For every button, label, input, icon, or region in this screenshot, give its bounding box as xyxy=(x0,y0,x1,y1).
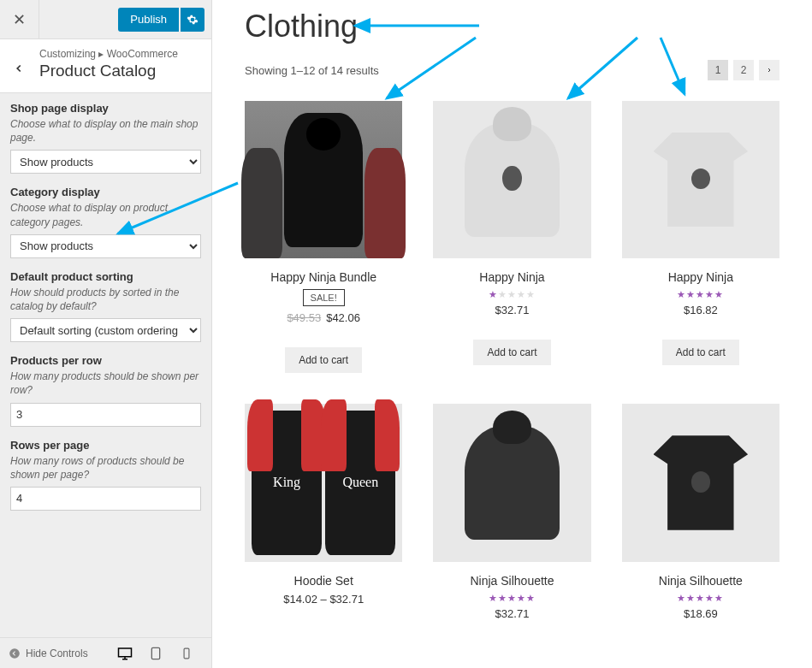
page-next[interactable] xyxy=(759,60,779,80)
back-button[interactable] xyxy=(9,58,29,79)
product-name: Ninja Silhouette xyxy=(433,574,590,588)
page-1[interactable]: 1 xyxy=(708,60,728,80)
control-label: Products per row xyxy=(10,354,201,367)
product-image xyxy=(433,404,590,561)
sale-badge: SALE! xyxy=(303,289,345,306)
breadcrumb: Customizing ▸ WooCommerce xyxy=(39,48,199,60)
product-grid: Happy Ninja Bundle SALE! $49.53$42.06 Ad… xyxy=(245,101,779,620)
control-shop-display: Shop page display Choose what to display… xyxy=(10,102,201,174)
device-tablet-button[interactable] xyxy=(148,646,163,661)
shop-display-select[interactable]: Show products xyxy=(10,150,201,174)
control-label: Default product sorting xyxy=(10,270,201,283)
product-card[interactable]: KingQueen Hoodie Set $14.02 – $32.71 xyxy=(245,404,402,619)
product-name: Hoodie Set xyxy=(245,574,402,588)
customizer-sidebar: ✕ Publish Customizing ▸ WooCommerce Prod… xyxy=(0,0,212,668)
product-image: KingQueen xyxy=(245,404,402,561)
svg-rect-1 xyxy=(119,648,132,657)
rating-stars: ★★★★★ xyxy=(433,593,590,604)
shop-content: Clothing Showing 1–12 of 14 results 1 2 … xyxy=(212,0,812,620)
device-preview-group xyxy=(117,646,194,661)
result-row: Showing 1–12 of 14 results 1 2 xyxy=(245,60,779,80)
page-2[interactable]: 2 xyxy=(733,60,754,80)
controls-panel: Shop page display Choose what to display… xyxy=(0,93,211,637)
control-desc: How many products should be shown per ro… xyxy=(10,369,201,397)
rating-stars: ★★★★★ xyxy=(622,289,779,300)
result-count: Showing 1–12 of 14 results xyxy=(245,64,379,77)
panel-title: Product Catalog xyxy=(39,62,199,80)
hide-controls-button[interactable]: Hide Controls xyxy=(9,647,88,659)
product-image xyxy=(433,101,590,258)
gear-icon xyxy=(187,14,199,26)
publish-settings-button[interactable] xyxy=(181,8,204,32)
product-name: Ninja Silhouette xyxy=(622,574,779,588)
control-default-sorting: Default product sorting How should produ… xyxy=(10,270,201,342)
control-products-per-row: Products per row How many products shoul… xyxy=(10,354,201,426)
product-price: $18.69 xyxy=(622,607,779,620)
products-per-row-input[interactable] xyxy=(10,403,201,427)
rating-stars: ★★★★★ xyxy=(622,593,779,604)
close-customizer-button[interactable]: ✕ xyxy=(0,0,39,39)
control-label: Category display xyxy=(10,186,201,198)
product-card[interactable]: Happy Ninja ★★★★★ $32.71 Add to cart xyxy=(433,101,590,373)
sidebar-header: ✕ Publish xyxy=(0,0,211,39)
add-to-cart-button[interactable]: Add to cart xyxy=(473,340,550,365)
product-price: $49.53$42.06 xyxy=(245,311,402,324)
publish-row: Publish xyxy=(39,8,211,32)
control-desc: Choose what to display on product catego… xyxy=(10,201,201,228)
svg-rect-5 xyxy=(184,648,189,659)
device-mobile-button[interactable] xyxy=(179,646,194,661)
control-label: Shop page display xyxy=(10,102,201,115)
desktop-icon xyxy=(117,646,133,661)
control-label: Rows per page xyxy=(10,439,201,452)
svg-rect-4 xyxy=(151,647,159,659)
product-price: $32.71 xyxy=(433,607,590,620)
product-name: Happy Ninja xyxy=(433,270,590,284)
device-desktop-button[interactable] xyxy=(117,646,133,661)
control-rows-per-page: Rows per page How many rows of products … xyxy=(10,439,201,511)
collapse-left-icon xyxy=(9,647,21,659)
product-price: $32.71 xyxy=(433,304,590,316)
close-icon: ✕ xyxy=(13,10,26,29)
hide-controls-label: Hide Controls xyxy=(26,647,88,659)
product-card[interactable]: Happy Ninja Bundle SALE! $49.53$42.06 Ad… xyxy=(245,101,402,373)
publish-button[interactable]: Publish xyxy=(118,8,179,32)
rows-per-page-input[interactable] xyxy=(10,487,201,511)
add-to-cart-button[interactable]: Add to cart xyxy=(662,340,739,365)
product-name: Happy Ninja xyxy=(622,270,779,284)
add-to-cart-button[interactable]: Add to cart xyxy=(285,347,362,373)
product-card[interactable]: Happy Ninja ★★★★★ $16.82 Add to cart xyxy=(622,101,779,373)
pagination: 1 2 xyxy=(708,60,779,80)
product-price: $16.82 xyxy=(622,304,779,316)
sidebar-footer: Hide Controls xyxy=(0,637,211,668)
tablet-icon xyxy=(149,647,163,660)
product-image xyxy=(622,404,779,561)
product-name: Happy Ninja Bundle xyxy=(245,270,402,284)
product-image xyxy=(622,101,779,258)
category-display-select[interactable]: Show products xyxy=(10,234,201,258)
preview-pane: Clothing Showing 1–12 of 14 results 1 2 … xyxy=(212,0,812,668)
product-price: $14.02 – $32.71 xyxy=(245,593,402,606)
product-card[interactable]: Ninja Silhouette ★★★★★ $32.71 xyxy=(433,404,590,619)
page-title: Clothing xyxy=(245,9,779,44)
default-sorting-select[interactable]: Default sorting (custom ordering + na xyxy=(10,318,201,342)
svg-point-0 xyxy=(9,648,20,659)
chevron-right-icon xyxy=(766,67,773,74)
product-image xyxy=(245,101,402,258)
mobile-icon xyxy=(181,647,193,659)
control-desc: How should products by sorted in the cat… xyxy=(10,286,201,313)
control-category-display: Category display Choose what to display … xyxy=(10,186,201,257)
control-desc: How many rows of products should be show… xyxy=(10,454,201,482)
chevron-left-icon xyxy=(13,62,25,74)
rating-stars: ★★★★★ xyxy=(433,289,590,300)
breadcrumb-panel: Customizing ▸ WooCommerce Product Catalo… xyxy=(0,39,211,93)
control-desc: Choose what to display on the main shop … xyxy=(10,117,201,145)
product-card[interactable]: Ninja Silhouette ★★★★★ $18.69 xyxy=(622,404,779,619)
